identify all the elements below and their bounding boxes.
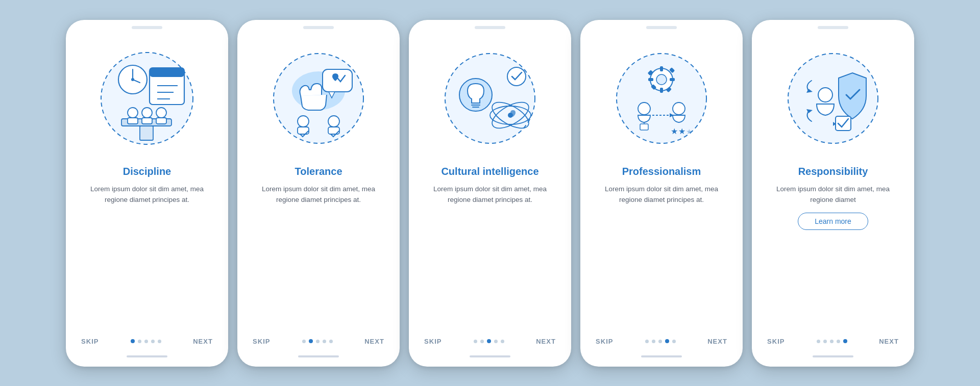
- dot-4: [329, 340, 333, 343]
- svg-rect-15: [142, 118, 152, 124]
- tolerance-illustration: [262, 37, 375, 160]
- dot-2: [144, 340, 148, 343]
- svg-point-14: [142, 108, 152, 118]
- dots: [474, 339, 504, 343]
- learn-more-button[interactable]: Learn more: [798, 213, 868, 230]
- dots: [645, 339, 676, 343]
- discipline-illustration: [91, 37, 203, 160]
- phone-tolerance: Tolerance Lorem ipsum dolor sit dim amet…: [237, 20, 400, 367]
- skip-button[interactable]: SKIP: [253, 338, 271, 345]
- dot-3: [837, 340, 840, 343]
- dot-0: [302, 340, 306, 343]
- responsibility-title: Responsibility: [798, 166, 868, 177]
- svg-point-34: [508, 113, 513, 118]
- phone-responsibility: Responsibility Lorem ipsum dolor sit dim…: [752, 20, 914, 367]
- next-button[interactable]: NEXT: [536, 338, 556, 345]
- dot-0: [131, 339, 135, 343]
- next-button[interactable]: NEXT: [879, 338, 899, 345]
- svg-point-12: [128, 108, 138, 118]
- tolerance-title: Tolerance: [295, 166, 342, 177]
- discipline-nav: SKIP NEXT: [76, 338, 218, 345]
- svg-point-46: [638, 102, 650, 115]
- discipline-title: Discipline: [123, 166, 171, 177]
- svg-rect-17: [156, 118, 166, 124]
- phone-cultural-intelligence: Cultural intelligence Lorem ipsum dolor …: [409, 20, 571, 367]
- svg-point-22: [298, 116, 309, 127]
- svg-rect-25: [328, 127, 339, 134]
- dot-4: [843, 339, 847, 343]
- phones-container: Discipline Lorem ipsum dolor sit dim ame…: [66, 20, 914, 367]
- svg-point-49: [673, 102, 685, 115]
- professionalism-illustration: ★ ★ ★: [605, 37, 718, 160]
- svg-rect-20: [323, 69, 352, 92]
- next-button[interactable]: NEXT: [707, 338, 727, 345]
- svg-point-24: [328, 116, 339, 127]
- skip-button[interactable]: SKIP: [424, 338, 442, 345]
- svg-rect-2: [150, 68, 184, 77]
- dot-1: [138, 340, 141, 343]
- discipline-body: Lorem ipsum dolor sit dim amet, mea regi…: [76, 184, 218, 205]
- dot-4: [158, 340, 161, 343]
- svg-rect-13: [128, 118, 138, 124]
- svg-rect-39: [660, 88, 663, 93]
- responsibility-nav: SKIP NEXT: [762, 338, 904, 345]
- dot-3: [151, 340, 155, 343]
- dot-4: [672, 340, 676, 343]
- phone-professionalism: ★ ★ ★ Professionalism Lorem ipsum dolor …: [580, 20, 743, 367]
- professionalism-nav: SKIP NEXT: [591, 338, 732, 345]
- dot-1: [652, 340, 655, 343]
- svg-rect-38: [660, 66, 663, 71]
- professionalism-title: Professionalism: [622, 166, 701, 177]
- svg-text:★: ★: [671, 127, 678, 136]
- dots: [131, 339, 161, 343]
- dot-2: [487, 339, 491, 343]
- dot-4: [501, 340, 504, 343]
- dot-3: [665, 339, 669, 343]
- svg-rect-41: [670, 78, 675, 81]
- cultural-intelligence-body: Lorem ipsum dolor sit dim amet, mea regi…: [419, 184, 561, 205]
- next-button[interactable]: NEXT: [364, 338, 384, 345]
- svg-point-16: [156, 108, 166, 118]
- dots: [817, 339, 847, 343]
- svg-text:★: ★: [678, 127, 685, 136]
- svg-rect-40: [648, 78, 653, 81]
- phone-discipline: Discipline Lorem ipsum dolor sit dim ame…: [66, 20, 228, 367]
- svg-point-37: [656, 74, 667, 85]
- dots: [302, 339, 333, 343]
- dot-3: [494, 340, 498, 343]
- svg-rect-11: [140, 126, 153, 140]
- dot-0: [817, 340, 820, 343]
- dot-2: [830, 340, 834, 343]
- cultural-intelligence-nav: SKIP NEXT: [419, 338, 561, 345]
- dot-1: [480, 340, 484, 343]
- svg-rect-23: [298, 127, 309, 134]
- cultural-intelligence-illustration: [434, 37, 546, 160]
- dot-2: [316, 340, 320, 343]
- tolerance-nav: SKIP NEXT: [248, 338, 389, 345]
- dot-0: [645, 340, 649, 343]
- dot-0: [474, 340, 477, 343]
- dot-1: [309, 339, 313, 343]
- responsibility-illustration: [777, 37, 889, 160]
- next-button[interactable]: NEXT: [193, 338, 213, 345]
- svg-text:★: ★: [686, 127, 693, 136]
- svg-point-27: [507, 67, 526, 86]
- dot-3: [323, 340, 326, 343]
- skip-button[interactable]: SKIP: [767, 338, 785, 345]
- skip-button[interactable]: SKIP: [81, 338, 99, 345]
- cultural-intelligence-title: Cultural intelligence: [441, 166, 538, 177]
- skip-button[interactable]: SKIP: [596, 338, 614, 345]
- dot-1: [823, 340, 827, 343]
- dot-2: [658, 340, 662, 343]
- svg-rect-47: [640, 124, 648, 130]
- responsibility-body: Lorem ipsum dolor sit dim amet, mea regi…: [762, 184, 904, 205]
- tolerance-body: Lorem ipsum dolor sit dim amet, mea regi…: [248, 184, 389, 205]
- professionalism-body: Lorem ipsum dolor sit dim amet, mea regi…: [591, 184, 732, 205]
- svg-point-56: [818, 88, 832, 102]
